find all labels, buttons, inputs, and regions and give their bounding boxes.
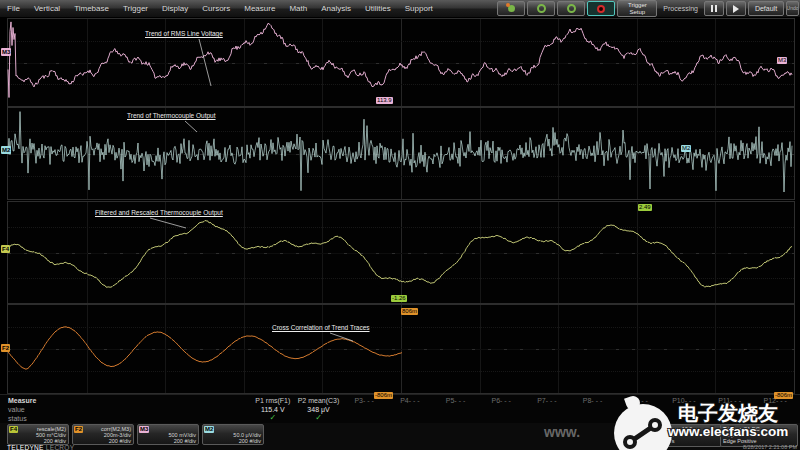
measure-p7-label[interactable]: P7- - - xyxy=(524,396,570,405)
measure-column-p1: P1 rms(F1)115.4 V✓ xyxy=(250,396,296,422)
trigger-setup-button[interactable]: Trigger Setup xyxy=(617,0,657,17)
grid-3 xyxy=(7,201,795,304)
measure-p6-status xyxy=(478,414,524,422)
trace-label-F4[interactable]: F4 xyxy=(1,245,10,253)
measure-p8-status xyxy=(570,414,616,422)
bottom-bar: F4rescale(M2)500 m°C/div200 #/divF2corr(… xyxy=(0,423,800,450)
measure-row-labels: Measurevaluestatus xyxy=(8,396,36,423)
measure-p10-label[interactable]: P10- - - xyxy=(661,396,707,405)
measure-p4-label[interactable]: P4- - - xyxy=(387,396,433,405)
descriptor-tag-M3: M3 xyxy=(139,426,149,433)
datetime-display: 8/28/2017 2:21:08 PM xyxy=(743,444,797,450)
measure-table: Measurevaluestatus P1 rms(F1)115.4 V✓P2 … xyxy=(0,394,800,424)
edge-tag-5: 2.49 xyxy=(638,204,652,211)
descriptor-M3-line3: 200 #/div xyxy=(174,438,196,444)
measure-p1-status: ✓ xyxy=(250,414,296,422)
single-acquire-button[interactable] xyxy=(557,1,585,16)
timebase-offset: -10.0 s xyxy=(680,426,697,432)
pause-button[interactable] xyxy=(704,1,724,16)
edge-tag-7: 806m xyxy=(401,308,418,315)
play-button[interactable] xyxy=(726,1,746,16)
descriptor-box-M2[interactable]: M250.0 μV/div200 #/div xyxy=(202,424,264,445)
measure-column-p3: P3- - - xyxy=(341,396,387,422)
descriptor-box-F2[interactable]: F2corr(M2,M3)200m-3/div200 #/div xyxy=(72,424,134,445)
timebase-samplerate: 200 kS/s xyxy=(653,438,719,444)
measure-row-label-measure: Measure xyxy=(8,396,36,405)
measure-column-p5: P5- - - xyxy=(433,396,479,422)
measure-p7-status xyxy=(524,414,570,422)
trace-label-F2[interactable]: F2 xyxy=(1,344,10,352)
menu-vertical[interactable]: Vertical xyxy=(27,0,67,17)
menu-support[interactable]: Support xyxy=(398,0,440,17)
edge-tag-4: M2 xyxy=(681,145,691,152)
trace-annotation-1: Trend of RMS Line Voltage xyxy=(145,30,223,37)
menu-bar: FileVerticalTimebaseTriggerDisplayCursor… xyxy=(0,0,800,18)
trace-label-M3[interactable]: M3 xyxy=(1,48,11,56)
toolbar-cluster: Trigger Setup Processing Default Undo xyxy=(497,1,799,16)
trace-annotation-4: Cross Correlation of Trend Traces xyxy=(272,324,370,331)
measure-column-p10: P10- - - xyxy=(661,396,707,422)
measure-p8-label[interactable]: P8- - - xyxy=(570,396,616,405)
trace-label-M2[interactable]: M2 xyxy=(1,146,11,154)
measure-p2-label[interactable]: P2 mean(C3) xyxy=(296,396,342,405)
grid-1 xyxy=(7,18,795,107)
edge-tag-3: M3 xyxy=(777,57,787,64)
menu-measure[interactable]: Measure xyxy=(237,0,282,17)
descriptor-F2-line3: 200 #/div xyxy=(109,438,131,444)
measure-p1-label[interactable]: P1 rms(F1) xyxy=(250,396,296,405)
measure-p9-status xyxy=(615,414,661,422)
timebase-descriptor-box[interactable]: Timebase -10.0 s 10.0 s/div 200 kS/s xyxy=(650,424,722,447)
measure-column-p2: P2 mean(C3)348 μV✓ xyxy=(296,396,342,422)
pause-icon xyxy=(711,5,717,12)
single-acquire-icon xyxy=(567,4,576,13)
brand-teledyne: TELEDYNE xyxy=(7,444,44,450)
measure-p5-status xyxy=(433,414,479,422)
descriptor-box-F4[interactable]: F4rescale(M2)500 m°C/div200 #/div xyxy=(7,424,69,445)
measure-row-label-value: value xyxy=(8,405,36,414)
grid-4 xyxy=(7,304,795,394)
menu-utilities[interactable]: Utilities xyxy=(358,0,398,17)
menu-display[interactable]: Display xyxy=(155,0,195,17)
measure-row-label-status: status xyxy=(8,414,36,423)
measure-p3-status xyxy=(341,414,387,422)
measure-columns: P1 rms(F1)115.4 V✓P2 mean(C3)348 μV✓P3- … xyxy=(250,396,798,422)
touchscreen-button[interactable] xyxy=(527,1,555,16)
descriptor-tag-M2: M2 xyxy=(204,426,214,433)
menu-trigger[interactable]: Trigger xyxy=(116,0,155,17)
play-icon xyxy=(733,5,739,13)
measure-p4-status xyxy=(387,414,433,422)
edge-tag-6: -1.26 xyxy=(391,295,407,302)
descriptor-M2-line3: 200 #/div xyxy=(239,438,261,444)
undo-button[interactable]: Undo xyxy=(786,1,799,16)
grid-2 xyxy=(7,107,795,200)
menu-items: FileVerticalTimebaseTriggerDisplayCursor… xyxy=(0,0,440,17)
trace-annotation-2: Trend of Thermocouple Output xyxy=(127,112,216,119)
measure-p6-label[interactable]: P6- - - xyxy=(478,396,524,405)
record-button[interactable] xyxy=(587,1,615,16)
menu-timebase[interactable]: Timebase xyxy=(67,0,116,17)
menu-math[interactable]: Math xyxy=(282,0,314,17)
measure-column-p6: P6- - - xyxy=(478,396,524,422)
default-setup-label: Default xyxy=(755,5,777,12)
autosetup-button[interactable] xyxy=(497,1,525,16)
descriptor-box-M3[interactable]: M3500 mV/div200 #/div xyxy=(137,424,199,445)
trigger-setup-label-1: Trigger xyxy=(628,2,647,9)
edge-tag-8: -806m xyxy=(374,392,393,399)
touchscreen-icon xyxy=(537,4,546,13)
measure-column-p9: P9- - - xyxy=(615,396,661,422)
measure-p5-label[interactable]: P5- - - xyxy=(433,396,479,405)
menu-cursors[interactable]: Cursors xyxy=(195,0,237,17)
oscilloscope-screen: FileVerticalTimebaseTriggerDisplayCursor… xyxy=(0,0,800,450)
menu-file[interactable]: File xyxy=(0,0,27,17)
measure-p11-label[interactable]: P11- - - xyxy=(707,396,753,405)
menu-analysis[interactable]: Analysis xyxy=(314,0,358,17)
trace-annotation-3: Filtered and Rescaled Thermocouple Outpu… xyxy=(95,209,223,216)
brand-lecroy: LECROY xyxy=(46,444,75,450)
default-setup-button[interactable]: Default xyxy=(748,1,784,16)
autosetup-icon xyxy=(508,5,515,12)
measure-p10-status xyxy=(661,414,707,422)
measure-p11-status xyxy=(707,414,753,422)
measure-column-p4: P4- - - xyxy=(387,396,433,422)
measure-p9-label[interactable]: P9- - - xyxy=(615,396,661,405)
measure-column-p7: P7- - - xyxy=(524,396,570,422)
